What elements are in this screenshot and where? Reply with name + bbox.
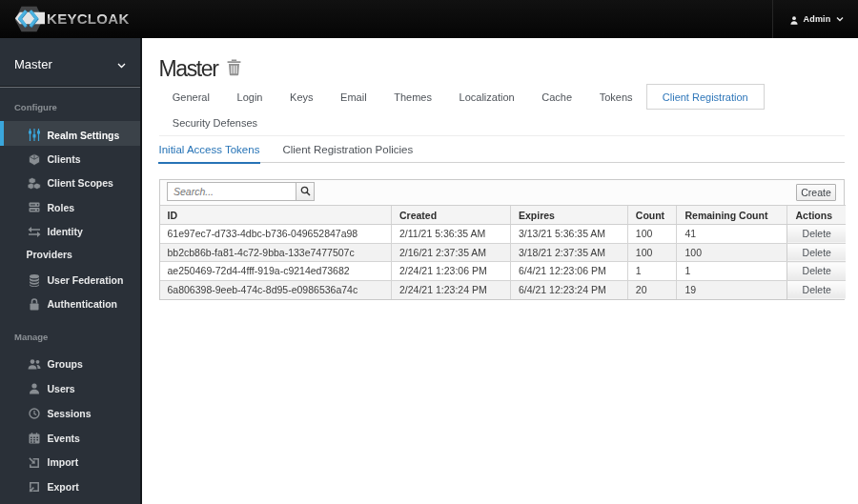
svg-text:KEYCLOAK: KEYCLOAK [47, 10, 130, 27]
